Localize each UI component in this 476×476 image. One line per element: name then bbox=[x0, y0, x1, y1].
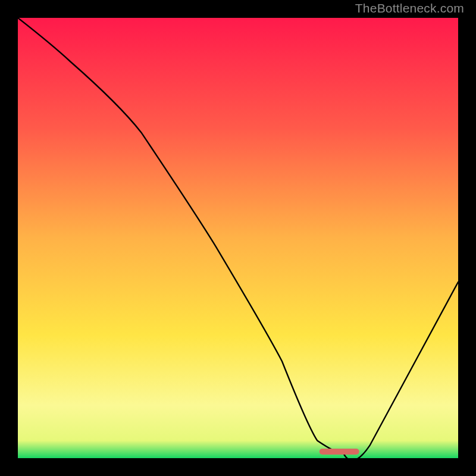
plot-area bbox=[18, 18, 458, 458]
watermark-text: TheBottleneck.com bbox=[355, 1, 464, 15]
chart-container: TheBottleneck.com bbox=[0, 0, 476, 476]
optimal-marker bbox=[320, 449, 359, 455]
bottleneck-curve bbox=[18, 18, 458, 458]
curve-path bbox=[18, 18, 458, 458]
